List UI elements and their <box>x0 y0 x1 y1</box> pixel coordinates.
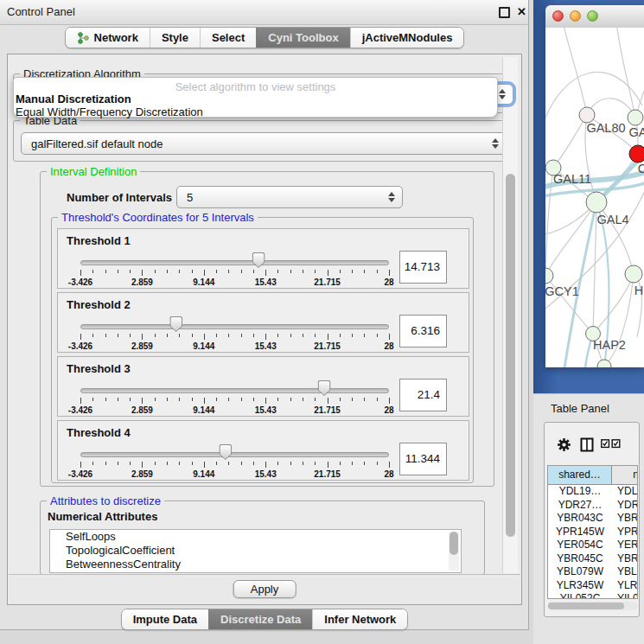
threshold-value-field[interactable]: 11.344 <box>399 443 447 475</box>
zoom-traffic-light-icon[interactable] <box>587 10 598 22</box>
table-data-group: Table Data galFiltered.sif default node <box>13 120 513 162</box>
slider-thumb[interactable] <box>318 380 331 396</box>
attribute-list-item[interactable]: TopologicalCoefficient <box>50 544 461 558</box>
slider-tick <box>328 334 328 340</box>
network-window-titlebar[interactable] <box>545 5 644 29</box>
slider-thumb[interactable] <box>169 316 182 332</box>
table-row[interactable]: YLR345WYLR3 <box>548 579 637 593</box>
settings-vertical-scrollbar[interactable] <box>502 57 518 573</box>
attributes-list-scrollbar[interactable] <box>449 532 459 571</box>
close-window-icon[interactable]: ✕ <box>517 5 526 18</box>
slider-tick <box>241 334 242 337</box>
threshold-slider[interactable]: -3.4262.8599.14415.4321.71528 <box>80 421 389 481</box>
table-panel-card: shared… na YDL19…YDL1YDR27…YDR2YBR043CYB… <box>544 422 640 617</box>
slider-tick <box>253 270 254 273</box>
table-data-combobox[interactable]: galFiltered.sif default node <box>21 132 507 155</box>
control-panel-bottom-tabs: Impute DataDiscretize DataInfer Network <box>0 609 529 630</box>
slider-track[interactable] <box>80 324 389 329</box>
threshold-value-field[interactable]: 21.4 <box>399 379 447 411</box>
popup-item-equal-width-frequency[interactable]: Equal Width/Frequency Discretization <box>14 106 497 119</box>
slider-tick-label: -3.426 <box>68 277 92 287</box>
network-edge <box>553 115 587 168</box>
tab-select[interactable]: Select <box>200 28 256 48</box>
settings-scrollbar-thumb[interactable] <box>506 174 515 537</box>
network-node-label: C <box>638 162 644 175</box>
slider-tick <box>277 398 278 401</box>
network-node-h[interactable] <box>625 265 642 283</box>
attribute-list-item[interactable]: BetweennessCentrality <box>50 558 461 571</box>
network-node-c[interactable] <box>629 145 644 163</box>
slider-tick <box>192 270 193 273</box>
network-node-gal4[interactable] <box>586 192 607 213</box>
slider-tick <box>265 462 266 468</box>
attributes-scrollbar-thumb[interactable] <box>450 532 458 555</box>
apply-button[interactable]: Apply <box>233 580 296 598</box>
slider-tick-label: 28 <box>384 277 393 287</box>
table-row[interactable]: YPR145WYPR1 <box>548 526 637 539</box>
slider-tick <box>315 334 316 337</box>
slider-tick <box>389 462 390 468</box>
slider-tick <box>277 270 278 273</box>
table-row[interactable]: YDR27…YDR2 <box>548 499 637 513</box>
popup-item-manual-discretization[interactable]: Manual Discretization <box>14 93 497 106</box>
slider-track[interactable] <box>80 388 389 393</box>
popup-hint-item[interactable]: Select algorithm to view settings <box>14 80 497 93</box>
slider-tick <box>328 462 328 468</box>
gear-icon[interactable] <box>557 437 571 452</box>
table-row[interactable]: YIL052CYIL0 <box>548 592 637 599</box>
slider-tick <box>167 270 168 273</box>
network-node-ga[interactable] <box>628 110 643 125</box>
slider-tick <box>277 462 278 465</box>
node-table[interactable]: shared… na YDL19…YDL1YDR27…YDR2YBR043CYB… <box>547 465 638 599</box>
table-header-shared-name[interactable]: shared… <box>548 466 612 484</box>
slider-tick <box>340 270 341 273</box>
table-scrollbar-thumb[interactable] <box>548 603 624 609</box>
float-window-icon[interactable] <box>499 7 510 18</box>
tab-style[interactable]: Style <box>150 28 200 48</box>
slider-tick-label: 15.43 <box>255 405 277 415</box>
network-canvas[interactable]: GAL80GACGAL11GAL4GCY1HHAP2 <box>545 28 644 367</box>
tab-network[interactable]: Network <box>66 28 150 48</box>
threshold-slider[interactable]: -3.4262.8599.14415.4321.71528 <box>80 357 389 418</box>
threshold-slider[interactable]: -3.4262.8599.14415.4321.71528 <box>80 293 389 354</box>
tab-impute-data[interactable]: Impute Data <box>122 609 208 629</box>
table-horizontal-scrollbar[interactable] <box>547 602 638 610</box>
tab-label: Infer Network <box>324 613 396 626</box>
table-row[interactable]: YBR043CYBR0 <box>548 512 637 526</box>
threshold-panel: Threshold 2 -3.4262.8599.14415.4321.7152… <box>57 292 469 353</box>
slider-tick <box>118 462 118 465</box>
slider-tick-label: 21.715 <box>314 469 341 479</box>
tab-infer-network[interactable]: Infer Network <box>312 609 407 629</box>
slider-tick-label: 15.43 <box>255 277 277 287</box>
slider-tick <box>352 334 353 337</box>
table-row[interactable]: YBL079WYBL0 <box>548 565 637 579</box>
slider-track[interactable] <box>80 452 389 457</box>
numerical-attributes-list[interactable]: SelfLoopsTopologicalCoefficientBetweenne… <box>49 529 462 573</box>
table-header-name[interactable]: na <box>612 466 638 484</box>
table-row[interactable]: YDL19…YDL1 <box>548 485 637 499</box>
tab-cyni-toolbox[interactable]: Cyni Toolbox <box>256 28 349 48</box>
table-row[interactable]: YER054CYER0 <box>548 539 637 552</box>
table-row[interactable]: YBR045CYBR0 <box>548 552 637 566</box>
slider-tick <box>118 334 118 337</box>
threshold-value-field[interactable]: 14.713 <box>399 251 447 284</box>
slider-tick <box>228 270 229 273</box>
slider-tick <box>290 334 291 337</box>
threshold-slider[interactable]: -3.4262.8599.14415.4321.71528 <box>80 229 389 290</box>
close-traffic-light-icon[interactable] <box>552 10 564 22</box>
tab-discretize-data[interactable]: Discretize Data <box>208 609 312 629</box>
attribute-list-item[interactable]: SelfLoops <box>50 530 461 544</box>
slider-track[interactable] <box>80 260 389 265</box>
network-node-gcy1[interactable] <box>545 268 553 284</box>
slider-tick-label: 21.715 <box>314 405 341 415</box>
slider-tick <box>105 398 106 401</box>
minimize-traffic-light-icon[interactable] <box>570 10 581 22</box>
number-of-intervals-combobox[interactable]: 5 <box>176 186 403 208</box>
checkbox-columns-icon[interactable] <box>601 439 622 449</box>
threshold-value-field[interactable]: 6.316 <box>399 315 447 348</box>
interval-definition-group: Interval Definition Number of Intervals … <box>40 171 494 487</box>
slider-thumb[interactable] <box>219 444 232 460</box>
slider-thumb[interactable] <box>252 252 265 268</box>
tab-jactivemnodules[interactable]: jActiveMNodules <box>350 28 464 48</box>
split-columns-icon[interactable] <box>580 437 594 452</box>
